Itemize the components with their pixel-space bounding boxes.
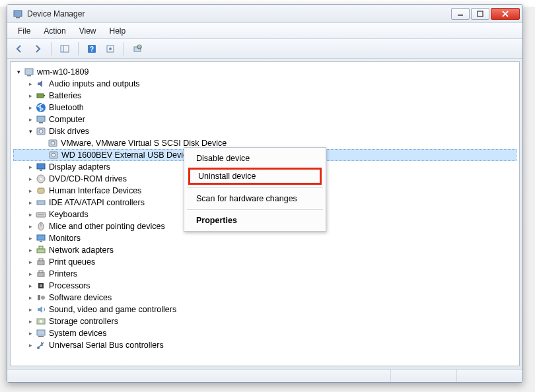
tree-category[interactable]: ▸Sound, video and game controllers	[13, 304, 517, 315]
svg-rect-20	[39, 122, 43, 123]
tree-node-label: Display adapters	[49, 162, 110, 172]
tree-node-label: Bluetooth	[49, 103, 84, 112]
expander-icon[interactable]: ▸	[26, 306, 34, 313]
keyboard-icon	[36, 209, 46, 220]
tree-node-label: Network adapters	[49, 245, 114, 255]
expander-icon[interactable]: ▸	[26, 163, 34, 171]
expander-icon[interactable]: ▸	[26, 329, 34, 337]
tree-category[interactable]: ▸Universal Serial Bus controllers	[13, 339, 517, 351]
disk-icon	[48, 150, 59, 160]
expander-icon[interactable]: ▸	[26, 270, 34, 278]
expander-icon[interactable]: ▾	[15, 68, 22, 76]
tree-category[interactable]: ▾Disk drives	[13, 125, 517, 137]
expander-icon[interactable]: ▸	[26, 234, 34, 242]
tree-node-label: Sound, video and game controllers	[49, 305, 176, 314]
svg-rect-14	[25, 69, 33, 75]
tree-category[interactable]: ▸Audio inputs and outputs	[13, 78, 517, 90]
hid-icon	[36, 185, 46, 196]
tree-category[interactable]: ▸Bluetooth	[13, 102, 517, 114]
close-button[interactable]	[491, 8, 520, 20]
svg-rect-52	[38, 336, 44, 337]
tree-category[interactable]: ▸Processors	[13, 280, 517, 292]
svg-rect-28	[40, 170, 42, 171]
usb-icon	[36, 340, 46, 350]
maximize-button[interactable]	[471, 8, 489, 20]
monitor-icon	[36, 233, 46, 244]
forward-button[interactable]	[30, 42, 46, 56]
svg-rect-47	[38, 295, 40, 300]
expander-icon[interactable]: ▸	[26, 317, 34, 325]
context-menu: Disable deviceUninstall deviceScan for h…	[184, 147, 326, 232]
disk-icon	[48, 138, 58, 148]
scan-hardware-button[interactable]	[129, 42, 145, 56]
expander-icon[interactable]: ▸	[26, 222, 34, 230]
tree-category[interactable]: ▸Storage controllers	[13, 315, 517, 327]
minimize-button[interactable]	[451, 8, 470, 20]
menu-file[interactable]: File	[11, 24, 37, 38]
properties-button[interactable]	[102, 42, 118, 56]
svg-point-24	[51, 141, 55, 145]
expander-icon[interactable]: ▸	[26, 175, 34, 183]
tree-root[interactable]: ▾wm-w10-1809	[13, 66, 517, 78]
expander-icon[interactable]: ▸	[26, 80, 34, 88]
tree-category[interactable]: ▸System devices	[13, 327, 517, 339]
expander-icon[interactable]: ▸	[26, 341, 34, 349]
tree-node-label: Batteries	[49, 91, 81, 100]
svg-rect-46	[40, 284, 42, 287]
tree-category[interactable]: ▸Computer	[13, 114, 517, 125]
ctx-uninstall-device[interactable]: Uninstall device	[188, 168, 322, 185]
tree-node-label: Audio inputs and outputs	[49, 79, 140, 88]
svg-point-11	[109, 48, 112, 50]
back-button[interactable]	[11, 42, 27, 56]
svg-rect-17	[44, 95, 45, 96]
expander-icon[interactable]: ▸	[26, 92, 34, 100]
expander-icon[interactable]: ▸	[26, 282, 34, 290]
ctx-disable-device[interactable]: Disable device	[186, 150, 324, 166]
svg-point-48	[41, 296, 45, 300]
software-icon	[36, 292, 46, 303]
menu-view[interactable]: View	[73, 24, 103, 38]
storage-icon	[36, 316, 46, 327]
expander-icon[interactable]: ▸	[26, 211, 34, 218]
sound-icon	[36, 304, 46, 315]
svg-rect-37	[37, 235, 45, 240]
app-icon	[13, 9, 23, 19]
tree-category[interactable]: ▸Printers	[13, 268, 517, 280]
ctx-scan-for-hardware-changes[interactable]: Scan for hardware changes	[186, 191, 324, 207]
audio-icon	[36, 79, 46, 89]
help-button[interactable]: ?	[84, 42, 100, 56]
tree-category[interactable]: ▸Monitors	[13, 232, 517, 244]
tree-node-label: IDE ATA/ATAPI controllers	[49, 198, 145, 207]
tree-node-label: WD 1600BEV External USB Device	[61, 150, 192, 160]
tree-node-label: Computer	[49, 115, 85, 124]
dvd-icon	[36, 174, 46, 184]
window-controls	[451, 8, 520, 20]
tree-node-label: Universal Serial Bus controllers	[49, 341, 164, 350]
tree-category[interactable]: ▸Network adapters	[13, 244, 517, 256]
menu-help[interactable]: Help	[103, 24, 133, 38]
tree-node-label: Software devices	[49, 293, 112, 302]
expander-icon[interactable]: ▸	[26, 187, 34, 195]
cpu-icon	[36, 280, 46, 291]
svg-rect-1	[16, 17, 20, 18]
ctx-properties[interactable]: Properties	[186, 212, 324, 228]
expander-icon[interactable]: ▸	[26, 294, 34, 302]
system-icon	[36, 328, 46, 339]
expander-icon[interactable]: ▸	[26, 104, 34, 112]
tree-category[interactable]: ▸Batteries	[13, 90, 517, 102]
show-hide-tree-button[interactable]	[57, 42, 73, 56]
menu-separator	[187, 187, 323, 188]
expander-icon[interactable]: ▸	[26, 115, 34, 123]
tree-category[interactable]: ▸Software devices	[13, 292, 517, 304]
expander-icon[interactable]: ▸	[26, 199, 34, 207]
expander-icon[interactable]: ▾	[26, 127, 34, 135]
bluetooth-icon	[36, 102, 46, 113]
menu-action[interactable]: Action	[37, 24, 72, 38]
expander-icon[interactable]: ▸	[26, 258, 34, 266]
network-icon	[36, 245, 46, 255]
tree-category[interactable]: ▸Print queues	[13, 256, 517, 268]
svg-rect-0	[14, 11, 22, 16]
expander-icon[interactable]: ▸	[26, 246, 34, 254]
svg-rect-3	[478, 11, 483, 16]
battery-icon	[36, 90, 46, 101]
